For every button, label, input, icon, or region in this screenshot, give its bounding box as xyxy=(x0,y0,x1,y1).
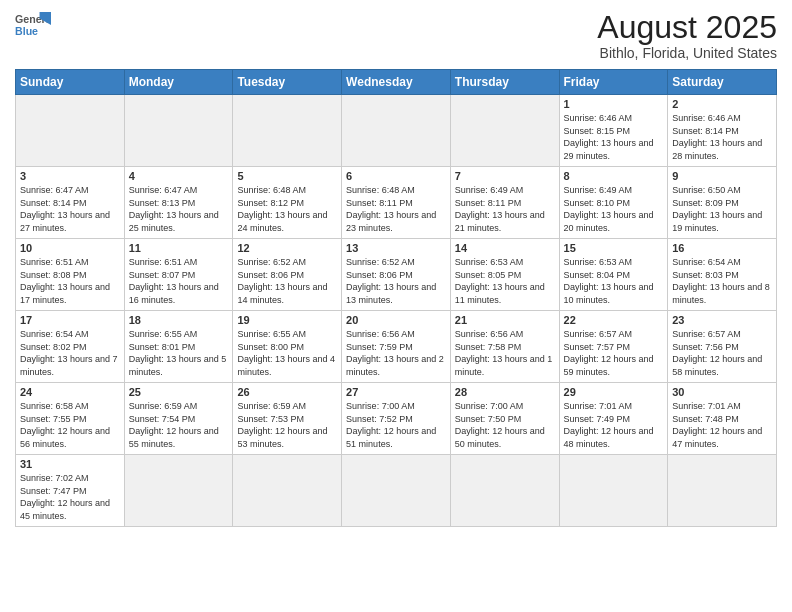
table-row xyxy=(124,95,233,167)
day-number: 22 xyxy=(564,314,664,326)
day-number: 11 xyxy=(129,242,229,254)
day-number: 5 xyxy=(237,170,337,182)
day-info: Sunrise: 6:55 AM Sunset: 8:01 PM Dayligh… xyxy=(129,328,229,378)
day-number: 12 xyxy=(237,242,337,254)
day-number: 31 xyxy=(20,458,120,470)
table-row: 29Sunrise: 7:01 AM Sunset: 7:49 PM Dayli… xyxy=(559,383,668,455)
table-row: 9Sunrise: 6:50 AM Sunset: 8:09 PM Daylig… xyxy=(668,167,777,239)
day-number: 3 xyxy=(20,170,120,182)
day-info: Sunrise: 6:46 AM Sunset: 8:15 PM Dayligh… xyxy=(564,112,664,162)
table-row xyxy=(450,455,559,526)
day-info: Sunrise: 6:52 AM Sunset: 8:06 PM Dayligh… xyxy=(237,256,337,306)
day-number: 14 xyxy=(455,242,555,254)
day-info: Sunrise: 7:02 AM Sunset: 7:47 PM Dayligh… xyxy=(20,472,120,522)
day-number: 2 xyxy=(672,98,772,110)
col-wednesday: Wednesday xyxy=(342,70,451,95)
day-number: 16 xyxy=(672,242,772,254)
calendar-week-row: 1Sunrise: 6:46 AM Sunset: 8:15 PM Daylig… xyxy=(16,95,777,167)
logo: General Blue xyxy=(15,10,51,40)
day-info: Sunrise: 6:54 AM Sunset: 8:02 PM Dayligh… xyxy=(20,328,120,378)
day-info: Sunrise: 6:47 AM Sunset: 8:13 PM Dayligh… xyxy=(129,184,229,234)
table-row: 21Sunrise: 6:56 AM Sunset: 7:58 PM Dayli… xyxy=(450,311,559,383)
col-friday: Friday xyxy=(559,70,668,95)
day-number: 25 xyxy=(129,386,229,398)
col-tuesday: Tuesday xyxy=(233,70,342,95)
day-info: Sunrise: 7:01 AM Sunset: 7:48 PM Dayligh… xyxy=(672,400,772,450)
day-info: Sunrise: 6:57 AM Sunset: 7:57 PM Dayligh… xyxy=(564,328,664,378)
day-number: 7 xyxy=(455,170,555,182)
table-row xyxy=(233,95,342,167)
col-saturday: Saturday xyxy=(668,70,777,95)
table-row xyxy=(668,455,777,526)
day-info: Sunrise: 6:49 AM Sunset: 8:10 PM Dayligh… xyxy=(564,184,664,234)
table-row xyxy=(342,455,451,526)
table-row: 17Sunrise: 6:54 AM Sunset: 8:02 PM Dayli… xyxy=(16,311,125,383)
table-row: 7Sunrise: 6:49 AM Sunset: 8:11 PM Daylig… xyxy=(450,167,559,239)
day-info: Sunrise: 6:49 AM Sunset: 8:11 PM Dayligh… xyxy=(455,184,555,234)
calendar-subtitle: Bithlo, Florida, United States xyxy=(597,45,777,61)
day-info: Sunrise: 6:56 AM Sunset: 7:59 PM Dayligh… xyxy=(346,328,446,378)
table-row: 4Sunrise: 6:47 AM Sunset: 8:13 PM Daylig… xyxy=(124,167,233,239)
table-row: 1Sunrise: 6:46 AM Sunset: 8:15 PM Daylig… xyxy=(559,95,668,167)
table-row: 13Sunrise: 6:52 AM Sunset: 8:06 PM Dayli… xyxy=(342,239,451,311)
day-info: Sunrise: 6:58 AM Sunset: 7:55 PM Dayligh… xyxy=(20,400,120,450)
calendar-week-row: 10Sunrise: 6:51 AM Sunset: 8:08 PM Dayli… xyxy=(16,239,777,311)
table-row: 3Sunrise: 6:47 AM Sunset: 8:14 PM Daylig… xyxy=(16,167,125,239)
day-info: Sunrise: 6:48 AM Sunset: 8:12 PM Dayligh… xyxy=(237,184,337,234)
col-monday: Monday xyxy=(124,70,233,95)
table-row: 26Sunrise: 6:59 AM Sunset: 7:53 PM Dayli… xyxy=(233,383,342,455)
day-info: Sunrise: 6:53 AM Sunset: 8:04 PM Dayligh… xyxy=(564,256,664,306)
calendar-header-row: Sunday Monday Tuesday Wednesday Thursday… xyxy=(16,70,777,95)
calendar-week-row: 17Sunrise: 6:54 AM Sunset: 8:02 PM Dayli… xyxy=(16,311,777,383)
day-number: 13 xyxy=(346,242,446,254)
col-sunday: Sunday xyxy=(16,70,125,95)
day-number: 21 xyxy=(455,314,555,326)
table-row: 2Sunrise: 6:46 AM Sunset: 8:14 PM Daylig… xyxy=(668,95,777,167)
day-number: 24 xyxy=(20,386,120,398)
day-number: 23 xyxy=(672,314,772,326)
table-row: 25Sunrise: 6:59 AM Sunset: 7:54 PM Dayli… xyxy=(124,383,233,455)
table-row: 20Sunrise: 6:56 AM Sunset: 7:59 PM Dayli… xyxy=(342,311,451,383)
day-info: Sunrise: 6:56 AM Sunset: 7:58 PM Dayligh… xyxy=(455,328,555,378)
table-row xyxy=(16,95,125,167)
day-number: 27 xyxy=(346,386,446,398)
table-row: 14Sunrise: 6:53 AM Sunset: 8:05 PM Dayli… xyxy=(450,239,559,311)
day-number: 28 xyxy=(455,386,555,398)
table-row xyxy=(450,95,559,167)
table-row: 11Sunrise: 6:51 AM Sunset: 8:07 PM Dayli… xyxy=(124,239,233,311)
table-row: 23Sunrise: 6:57 AM Sunset: 7:56 PM Dayli… xyxy=(668,311,777,383)
table-row: 16Sunrise: 6:54 AM Sunset: 8:03 PM Dayli… xyxy=(668,239,777,311)
day-number: 20 xyxy=(346,314,446,326)
svg-text:Blue: Blue xyxy=(15,25,38,37)
table-row: 31Sunrise: 7:02 AM Sunset: 7:47 PM Dayli… xyxy=(16,455,125,526)
day-number: 26 xyxy=(237,386,337,398)
table-row xyxy=(342,95,451,167)
title-block: August 2025 Bithlo, Florida, United Stat… xyxy=(597,10,777,61)
table-row: 24Sunrise: 6:58 AM Sunset: 7:55 PM Dayli… xyxy=(16,383,125,455)
table-row xyxy=(559,455,668,526)
generalblue-logo-icon: General Blue xyxy=(15,10,51,40)
day-info: Sunrise: 6:52 AM Sunset: 8:06 PM Dayligh… xyxy=(346,256,446,306)
day-info: Sunrise: 6:47 AM Sunset: 8:14 PM Dayligh… xyxy=(20,184,120,234)
table-row: 5Sunrise: 6:48 AM Sunset: 8:12 PM Daylig… xyxy=(233,167,342,239)
day-info: Sunrise: 6:46 AM Sunset: 8:14 PM Dayligh… xyxy=(672,112,772,162)
col-thursday: Thursday xyxy=(450,70,559,95)
day-number: 19 xyxy=(237,314,337,326)
table-row: 30Sunrise: 7:01 AM Sunset: 7:48 PM Dayli… xyxy=(668,383,777,455)
table-row: 27Sunrise: 7:00 AM Sunset: 7:52 PM Dayli… xyxy=(342,383,451,455)
day-info: Sunrise: 6:54 AM Sunset: 8:03 PM Dayligh… xyxy=(672,256,772,306)
table-row: 12Sunrise: 6:52 AM Sunset: 8:06 PM Dayli… xyxy=(233,239,342,311)
day-info: Sunrise: 6:51 AM Sunset: 8:07 PM Dayligh… xyxy=(129,256,229,306)
calendar-week-row: 24Sunrise: 6:58 AM Sunset: 7:55 PM Dayli… xyxy=(16,383,777,455)
header: General Blue August 2025 Bithlo, Florida… xyxy=(15,10,777,61)
day-info: Sunrise: 6:59 AM Sunset: 7:54 PM Dayligh… xyxy=(129,400,229,450)
day-number: 10 xyxy=(20,242,120,254)
calendar-week-row: 31Sunrise: 7:02 AM Sunset: 7:47 PM Dayli… xyxy=(16,455,777,526)
day-info: Sunrise: 6:53 AM Sunset: 8:05 PM Dayligh… xyxy=(455,256,555,306)
day-number: 9 xyxy=(672,170,772,182)
table-row: 15Sunrise: 6:53 AM Sunset: 8:04 PM Dayli… xyxy=(559,239,668,311)
table-row: 10Sunrise: 6:51 AM Sunset: 8:08 PM Dayli… xyxy=(16,239,125,311)
day-number: 6 xyxy=(346,170,446,182)
table-row: 6Sunrise: 6:48 AM Sunset: 8:11 PM Daylig… xyxy=(342,167,451,239)
day-number: 18 xyxy=(129,314,229,326)
